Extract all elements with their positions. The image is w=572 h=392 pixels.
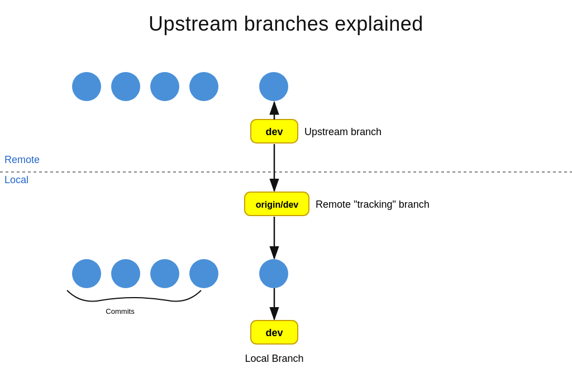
local-branch-text: Local Branch: [245, 353, 303, 364]
remote-commit-5: [259, 72, 288, 101]
local-label: Local: [4, 174, 28, 185]
local-branch-label: dev: [265, 327, 283, 338]
page: Upstream branches explained dev Upstream…: [0, 0, 572, 392]
local-commit-2: [111, 259, 140, 288]
local-commit-1: [72, 259, 101, 288]
remote-commit-3: [150, 72, 179, 101]
remote-commit-4: [189, 72, 218, 101]
local-commit-3: [150, 259, 179, 288]
remote-label: Remote: [4, 154, 40, 165]
upstream-branch-text: Upstream branch: [304, 126, 382, 137]
remote-commit-1: [72, 72, 101, 101]
tracking-branch-text: Remote "tracking" branch: [316, 199, 430, 210]
local-commit-4: [189, 259, 218, 288]
upstream-branch-label: dev: [265, 126, 283, 137]
diagram: dev Upstream branch Remote Local origin/…: [0, 0, 572, 392]
remote-commit-2: [111, 72, 140, 101]
tracking-branch-label: origin/dev: [256, 200, 299, 209]
commits-brace: [67, 290, 201, 302]
commits-label: Commits: [106, 307, 135, 315]
local-commit-5: [259, 259, 288, 288]
